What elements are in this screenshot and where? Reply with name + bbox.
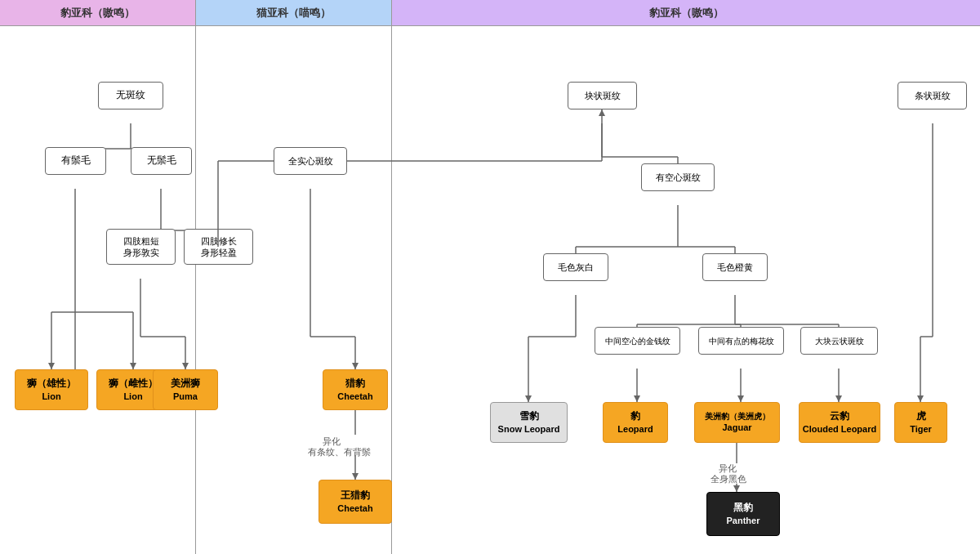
node-no-spots: 无斑纹: [98, 82, 163, 109]
svg-marker-80: [733, 485, 740, 492]
svg-marker-48: [917, 395, 924, 402]
col-mid: 异化 有条纹、有背鬃 全实心斑纹 猎豹 Cheetah 王猎豹 Cheetah: [196, 26, 392, 554]
right-tree-svg: 异化 全身黑色: [392, 26, 980, 554]
content-area: 无斑纹 有鬃毛 无鬃毛 四肢粗短身形敦实 四肢修长身形轻盈 狮（雄性） Lion: [0, 26, 980, 554]
node-cheetah: 猎豹 Cheetah: [323, 369, 388, 410]
svg-marker-59: [525, 395, 532, 402]
node-cloud: 大块云状斑纹: [800, 327, 878, 355]
svg-marker-13: [130, 363, 136, 369]
node-snow-leopard: 雪豹 Snow Leopard: [490, 402, 568, 443]
svg-marker-40: [599, 109, 605, 116]
col-right: 异化 全身黑色 块状斑纹 条状斑纹 有空心斑纹 毛色灰白: [392, 26, 980, 554]
node-short-limb: 四肢粗短身形敦实: [106, 229, 176, 265]
node-block-spot: 块状斑纹: [568, 82, 637, 109]
header-mid: 猫亚科（喵鸣）: [196, 0, 392, 25]
header-mid-label: 猫亚科（喵鸣）: [256, 6, 331, 20]
header-row: 豹亚科（嗷鸣） 猫亚科（喵鸣） 豹亚科（嗷鸣）: [0, 0, 980, 26]
svg-marker-73: [737, 395, 744, 402]
svg-marker-37: [352, 473, 359, 480]
svg-marker-71: [634, 395, 640, 402]
node-rosette: 中间空心的金钱纹: [595, 327, 680, 355]
header-right: 豹亚科（嗷鸣）: [392, 0, 980, 25]
svg-marker-31: [352, 363, 359, 369]
mid-tree-svg: 异化 有条纹、有背鬃: [196, 26, 391, 554]
node-lion-male: 狮（雄性） Lion: [15, 369, 88, 410]
svg-text:异化: 异化: [323, 436, 341, 446]
node-stripe-spot: 条状斑纹: [898, 82, 967, 109]
node-king-cheetah: 王猎豹 Cheetah: [318, 480, 392, 524]
node-tiger: 虎 Tiger: [894, 402, 947, 443]
node-leopard: 豹 Leopard: [603, 402, 668, 443]
node-jaguar: 美洲豹（美洲虎） Jaguar: [694, 402, 780, 443]
node-clouded-leopard: 云豹 Clouded Leopard: [799, 402, 880, 443]
col-left: 无斑纹 有鬃毛 无鬃毛 四肢粗短身形敦实 四肢修长身形轻盈 狮（雄性） Lion: [0, 26, 196, 554]
svg-text:有条纹、有背鬃: 有条纹、有背鬃: [308, 447, 371, 457]
header-left: 豹亚科（嗷鸣）: [0, 0, 196, 25]
node-solid-spot: 全实心斑纹: [274, 147, 347, 175]
header-left-label: 豹亚科（嗷鸣）: [60, 6, 135, 20]
node-panther: 黑豹 Panther: [706, 492, 780, 536]
svg-marker-10: [48, 363, 55, 369]
node-has-mane: 有鬃毛: [45, 147, 106, 175]
main-container: 豹亚科（嗷鸣） 猫亚科（喵鸣） 豹亚科（嗷鸣）: [0, 0, 980, 554]
node-hollow-spot: 有空心斑纹: [641, 163, 715, 191]
svg-text:异化: 异化: [719, 463, 737, 473]
svg-marker-24: [182, 363, 189, 369]
svg-marker-75: [835, 395, 842, 402]
node-gray-fur: 毛色灰白: [543, 253, 608, 281]
node-flower: 中间有点的梅花纹: [698, 327, 784, 355]
node-no-mane: 无鬃毛: [131, 147, 192, 175]
header-right-label: 豹亚科（嗷鸣）: [649, 6, 724, 20]
node-orange-fur: 毛色橙黄: [702, 253, 768, 281]
svg-text:全身黑色: 全身黑色: [710, 474, 746, 484]
